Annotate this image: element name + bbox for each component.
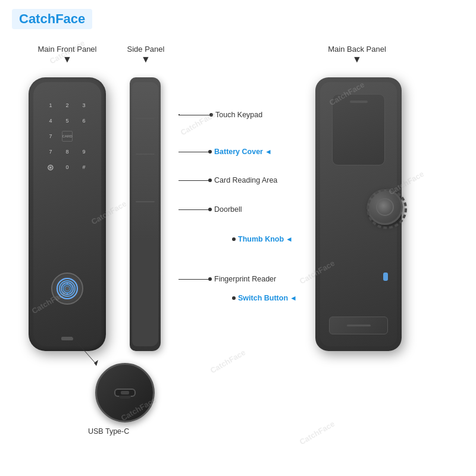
keypad-row-card: 7 CARD · (42, 131, 92, 142)
ann-dot-fp (208, 277, 212, 281)
key-8: · (79, 131, 89, 142)
touch-keypad-label: Touch Keypad (215, 111, 262, 119)
ann-dot-battery (208, 150, 212, 154)
ann-dot-thumb (232, 237, 236, 241)
front-panel-label: Main Front Panel ▼ (29, 45, 106, 65)
key-8: 8 (62, 146, 73, 157)
usb-typec-closeup (95, 363, 155, 422)
thumb-knob-label: Thumb Knob (238, 235, 284, 243)
brand-name-part1: Catch (19, 11, 55, 26)
slide-handle-grip (347, 325, 371, 327)
switch-button-label: Switch Button (238, 294, 288, 302)
key-5: 5 (62, 115, 73, 126)
usb-port-indicator (61, 337, 73, 340)
battery-cover-arrow: ◄ (265, 148, 272, 156)
keypad-row-3: 7 8 9 (42, 146, 92, 157)
fingerprint-icon (60, 281, 75, 296)
battery-cover-annotation: Battery Cover ◄ (178, 148, 272, 156)
usb-label: USB Type-C (88, 427, 129, 436)
card-reading-label: Card Reading Area (214, 176, 277, 184)
key-3: 3 (79, 100, 89, 111)
fingerprint-reader (51, 273, 83, 305)
key-hash: # (79, 162, 89, 173)
back-panel-arrow: ▼ (309, 54, 405, 65)
side-panel-label: Side Panel ▼ (119, 45, 173, 65)
front-panel: 1 2 3 4 5 6 7 CARD · 7 8 9 ⊛ 0 # (29, 77, 106, 351)
touch-keypad: 1 2 3 4 5 6 7 CARD · 7 8 9 ⊛ 0 # (42, 100, 92, 177)
brand-name-part2: Face (55, 11, 85, 26)
brand-logo: CatchFace (12, 9, 92, 29)
switch-button-annotation: Switch Button ◄ (232, 294, 297, 302)
ann-dot-card (208, 178, 212, 182)
ann-line-card (178, 180, 208, 181)
key-star: ⊛ (45, 162, 56, 173)
side-panel-line-3 (136, 154, 155, 155)
side-panel-line-4 (136, 201, 155, 202)
fingerprint-annotation: Fingerprint Reader (178, 275, 276, 283)
key-7b: 7 (45, 146, 56, 157)
battery-cover-label: Battery Cover (214, 148, 263, 156)
thumb-knob-teeth-svg (366, 188, 408, 230)
key-0: 0 (62, 162, 73, 173)
thumb-knob-arrow: ◄ (286, 235, 293, 243)
ann-line-keypad (180, 115, 209, 115)
ann-dot2-keypad (209, 113, 213, 117)
usb-port (114, 389, 136, 397)
thumb-knob (367, 189, 403, 225)
ann-dot-doorbell (208, 208, 212, 211)
key-2: 2 (62, 100, 73, 111)
key-6: 6 (79, 115, 89, 126)
key-7: 7 (45, 131, 56, 142)
key-card: CARD (62, 131, 73, 142)
back-panel (315, 77, 402, 351)
battery-notch (350, 101, 368, 103)
side-panel-line-1 (136, 94, 155, 95)
svg-point-5 (368, 190, 406, 228)
front-panel-inner: 1 2 3 4 5 6 7 CARD · 7 8 9 ⊛ 0 # (33, 82, 101, 346)
keypad-row-2: 4 5 6 (42, 115, 92, 126)
svg-point-0 (61, 283, 73, 295)
ann-line-doorbell (178, 209, 208, 210)
doorbell-annotation: Doorbell (178, 205, 242, 214)
switch-button-arrow: ◄ (290, 294, 297, 302)
fingerprint-lines (57, 278, 78, 299)
card-reading-annotation: Card Reading Area (178, 176, 277, 184)
ann-line-fp (178, 279, 208, 280)
key-4: 4 (45, 115, 56, 126)
slide-handle (329, 317, 388, 334)
side-panel-line-2 (136, 118, 155, 119)
usb-port-tongue (121, 391, 129, 394)
side-panel-inner (132, 82, 158, 346)
fingerprint-label: Fingerprint Reader (214, 275, 276, 283)
switch-button (383, 273, 388, 281)
key-9: 9 (79, 146, 89, 157)
ann-line-battery (178, 152, 208, 152)
doorbell-label: Doorbell (214, 205, 242, 214)
back-panel-inner (320, 82, 397, 346)
thumb-knob-annotation: Thumb Knob ◄ (232, 235, 293, 243)
touch-keypad-annotation: Touch Keypad (178, 111, 262, 119)
svg-marker-7 (94, 360, 98, 366)
side-panel (130, 77, 161, 351)
battery-cover-area (332, 94, 385, 165)
keypad-row-1: 1 2 3 (42, 100, 92, 111)
back-panel-label: Main Back Panel ▼ (309, 45, 405, 65)
keypad-row-4: ⊛ 0 # (42, 162, 92, 173)
side-panel-arrow: ▼ (119, 54, 173, 65)
key-1: 1 (45, 100, 56, 111)
svg-point-1 (63, 284, 71, 293)
ann-dot-switch (232, 296, 236, 300)
svg-point-2 (65, 286, 70, 291)
front-panel-arrow: ▼ (29, 54, 106, 65)
